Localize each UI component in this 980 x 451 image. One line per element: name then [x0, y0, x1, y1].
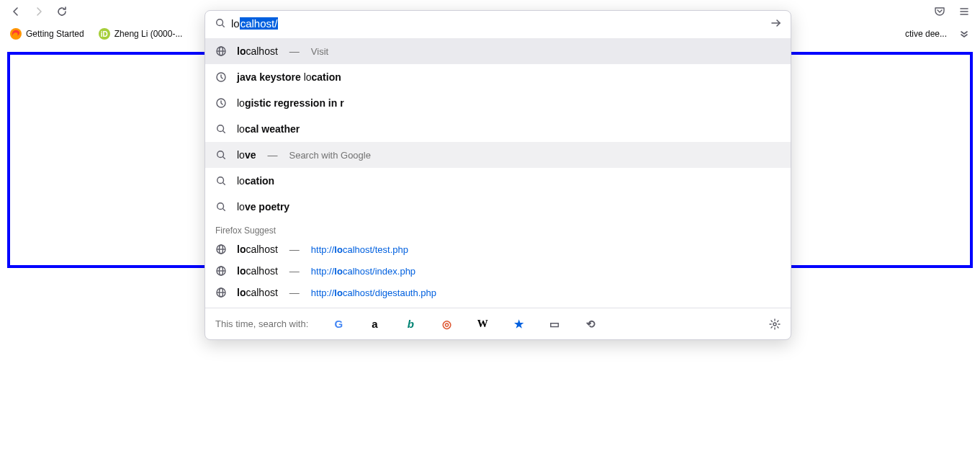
- svg-point-24: [773, 323, 776, 326]
- pocket-button[interactable]: [930, 1, 950, 22]
- svg-line-10: [223, 157, 225, 159]
- history-icon: [215, 71, 227, 83]
- reload-button[interactable]: [52, 1, 72, 22]
- suggestion-text: local weather: [237, 123, 300, 135]
- suggestion-text: location: [237, 175, 274, 187]
- engine-history[interactable]: ⟲: [580, 314, 601, 334]
- suggestion-hint: Visit: [311, 46, 328, 57]
- globe-icon: [215, 287, 227, 298]
- suggestion-row[interactable]: local weather: [205, 116, 791, 142]
- history-url: http://localhost/index.php: [311, 266, 415, 277]
- search-icon: [215, 18, 225, 28]
- suggestion-row[interactable]: java keystore location: [205, 64, 791, 90]
- urlbar-input[interactable]: localhost/: [230, 17, 768, 30]
- svg-line-1: [222, 25, 225, 27]
- forward-button[interactable]: [29, 1, 49, 22]
- separator: —: [289, 265, 300, 277]
- go-button[interactable]: [768, 14, 785, 32]
- suggestions-list: localhost — Visit java keystore location…: [205, 35, 791, 303]
- urlbar-input-row[interactable]: localhost/: [205, 11, 791, 35]
- search-icon: [215, 176, 227, 186]
- history-row[interactable]: localhost — http://localhost/index.php: [205, 260, 791, 282]
- svg-line-8: [223, 131, 225, 133]
- engine-google[interactable]: G: [328, 314, 349, 334]
- svg-line-14: [223, 209, 225, 211]
- search-icon: [215, 150, 227, 160]
- search-icon: [215, 124, 227, 134]
- engine-bookmarks[interactable]: ★: [508, 314, 529, 334]
- engine-amazon[interactable]: a: [364, 314, 385, 334]
- bookmarks-overflow-button[interactable]: [956, 25, 973, 43]
- urlbar-typed: lo: [231, 17, 240, 30]
- separator: —: [289, 244, 300, 255]
- separator: —: [289, 45, 300, 57]
- engine-wikipedia[interactable]: W: [472, 314, 493, 334]
- bookmark-orcid[interactable]: iD Zheng Li (0000-...: [96, 26, 186, 42]
- suggestion-text: love: [237, 149, 256, 161]
- history-row[interactable]: localhost — http://localhost/test.php: [205, 238, 791, 260]
- urlbar-dropdown: localhost/ localhost — Visit: [204, 10, 791, 340]
- history-title: localhost: [237, 244, 278, 255]
- suggestion-text: localhost: [237, 45, 278, 57]
- history-url: http://localhost/test.php: [311, 244, 408, 255]
- history-title: localhost: [237, 265, 278, 277]
- bookmark-label: Getting Started: [26, 29, 84, 39]
- engine-tabs[interactable]: ▭: [544, 314, 565, 334]
- history-url: http://localhost/digestauth.php: [311, 287, 436, 298]
- app-menu-button[interactable]: [954, 1, 974, 22]
- suggestion-row[interactable]: location: [205, 168, 791, 194]
- engine-label: This time, search with:: [215, 318, 308, 329]
- suggestion-row[interactable]: love — Search with Google: [205, 142, 791, 168]
- history-row[interactable]: localhost — http://localhost/digestauth.…: [205, 282, 791, 303]
- separator: —: [289, 287, 300, 298]
- engine-bing[interactable]: b: [400, 314, 421, 334]
- toolbar-right: [930, 1, 974, 22]
- suggestion-text: java keystore location: [237, 71, 341, 83]
- history-title: localhost: [237, 287, 278, 298]
- suggestion-text: logistic regression in r: [237, 97, 344, 109]
- bookmark-getting-started[interactable]: Getting Started: [7, 26, 87, 42]
- urlbar-autocomplete: calhost/: [240, 17, 279, 30]
- suggestion-hint: Search with Google: [289, 150, 370, 161]
- globe-icon: [215, 244, 227, 255]
- bookmark-label: Zheng Li (0000-...: [114, 29, 183, 39]
- globe-icon: [215, 265, 227, 277]
- browser-toolbar: localhost/ localhost — Visit: [0, 0, 980, 23]
- back-button[interactable]: [6, 1, 26, 22]
- suggestion-row[interactable]: logistic regression in r: [205, 90, 791, 116]
- engine-duckduckgo[interactable]: ◎: [436, 314, 457, 334]
- suggestion-row[interactable]: love poetry: [205, 194, 791, 220]
- orcid-icon: iD: [99, 28, 110, 40]
- firefox-icon: [10, 28, 22, 40]
- search-icon: [215, 202, 227, 212]
- suggestion-text: love poetry: [237, 201, 289, 213]
- globe-icon: [215, 45, 227, 57]
- suggestion-row[interactable]: localhost — Visit: [205, 38, 791, 64]
- search-engine-row: This time, search with: G a b ◎ W ★ ▭ ⟲: [205, 308, 791, 339]
- history-icon: [215, 97, 227, 109]
- firefox-suggest-label: Firefox Suggest: [205, 220, 791, 238]
- gear-icon[interactable]: [769, 318, 781, 330]
- svg-line-12: [223, 183, 225, 185]
- separator: —: [267, 149, 277, 161]
- bookmark-truncated[interactable]: ctive dee...: [905, 29, 947, 39]
